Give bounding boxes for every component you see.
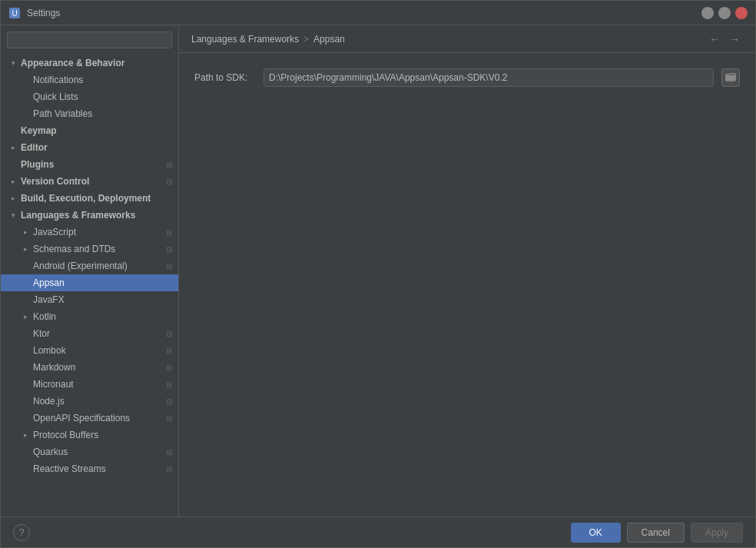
apply-button[interactable]: Apply: [691, 523, 743, 543]
appsan-settings-panel: Path to SDK:: [179, 53, 755, 516]
sidebar-item-nodejs[interactable]: Node.js ⊟: [1, 393, 178, 410]
sidebar-item-label: OpenAPI Specifications: [32, 413, 163, 423]
app-icon: U: [8, 7, 21, 19]
help-button[interactable]: ?: [13, 524, 30, 541]
main-header: Languages & Frameworks > Appsan ← →: [179, 25, 755, 53]
settings-icon: ⊟: [163, 260, 175, 272]
arrow-icon: [19, 463, 32, 475]
close-button[interactable]: [735, 7, 748, 19]
sidebar-item-quarkus[interactable]: Quarkus ⊟: [1, 443, 178, 460]
sidebar: Appearance & Behavior Notifications Quic…: [1, 25, 179, 516]
settings-icon: ⊟: [163, 378, 175, 390]
sidebar-item-micronaut[interactable]: Micronaut ⊟: [1, 376, 178, 393]
sidebar-item-label: Node.js: [32, 396, 163, 407]
arrow-icon: [19, 260, 32, 272]
sidebar-search-container: [1, 25, 178, 55]
sidebar-item-openapi[interactable]: OpenAPI Specifications ⊟: [1, 410, 178, 427]
sidebar-item-ktor[interactable]: Ktor ⊟: [1, 325, 178, 342]
sdk-path-row: Path to SDK:: [194, 68, 740, 87]
breadcrumb-separator: >: [303, 34, 309, 45]
arrow-icon: [7, 158, 19, 171]
sdk-browse-button[interactable]: [721, 68, 740, 87]
sidebar-item-label: Languages & Frameworks: [19, 210, 178, 221]
arrow-icon: [7, 175, 19, 188]
sidebar-item-version-control[interactable]: Version Control ⊟: [1, 173, 178, 190]
arrow-icon: [7, 57, 19, 69]
nav-buttons: ← →: [706, 31, 743, 48]
sidebar-item-label: Ktor: [32, 328, 163, 339]
sidebar-item-label: Appsan: [32, 277, 178, 288]
sidebar-item-label: JavaFX: [32, 294, 178, 305]
forward-button[interactable]: →: [726, 31, 743, 48]
settings-window: U Settings Appearance & Behavior: [0, 0, 756, 548]
sidebar-item-schemas-dtds[interactable]: Schemas and DTDs ⊟: [1, 241, 178, 257]
settings-icon: ⊟: [163, 243, 175, 255]
sidebar-item-label: Protocol Buffers: [32, 430, 178, 440]
main-content-area: Appearance & Behavior Notifications Quic…: [1, 25, 755, 516]
settings-icon: ⊟: [163, 158, 175, 171]
arrow-icon: [19, 327, 32, 340]
arrow-icon: [19, 378, 32, 390]
maximize-button[interactable]: [718, 7, 731, 19]
arrow-icon: [19, 294, 32, 306]
sidebar-item-android-experimental[interactable]: Android (Experimental) ⊟: [1, 257, 178, 274]
settings-icon: ⊟: [163, 226, 175, 238]
settings-icon: ⊟: [163, 463, 175, 475]
arrow-icon: [19, 412, 32, 424]
sidebar-item-appearance-behavior[interactable]: Appearance & Behavior: [1, 55, 178, 71]
ok-button[interactable]: OK: [571, 523, 621, 543]
sidebar-item-quick-lists[interactable]: Quick Lists: [1, 88, 178, 105]
sidebar-item-build[interactable]: Build, Execution, Deployment: [1, 190, 178, 207]
sidebar-item-javafx[interactable]: JavaFX: [1, 291, 178, 308]
back-button[interactable]: ←: [706, 31, 723, 48]
sdk-path-label: Path to SDK:: [194, 72, 256, 83]
window-title: Settings: [27, 8, 701, 18]
sidebar-item-label: Plugins: [19, 159, 163, 170]
sidebar-item-label: Appearance & Behavior: [19, 58, 178, 68]
arrow-icon: [19, 429, 32, 441]
sdk-path-input[interactable]: [264, 68, 714, 87]
sidebar-item-label: Markdown: [32, 362, 163, 373]
sidebar-item-label: Lombok: [32, 345, 163, 356]
sidebar-item-languages-frameworks[interactable]: Languages & Frameworks: [1, 207, 178, 224]
sidebar-item-plugins[interactable]: Plugins ⊟: [1, 156, 178, 173]
sidebar-item-notifications[interactable]: Notifications: [1, 71, 178, 88]
arrow-icon: [19, 395, 32, 407]
sidebar-item-markdown[interactable]: Markdown ⊟: [1, 359, 178, 376]
footer-buttons: OK Cancel Apply: [571, 523, 743, 543]
sidebar-item-lombok[interactable]: Lombok ⊟: [1, 342, 178, 359]
arrow-icon: [19, 361, 32, 374]
sidebar-item-label: Quick Lists: [32, 91, 178, 102]
breadcrumb-parent: Languages & Frameworks: [191, 34, 299, 45]
help-icon: ?: [19, 527, 25, 538]
sidebar-item-keymap[interactable]: Keymap: [1, 122, 178, 139]
sidebar-item-reactive-streams[interactable]: Reactive Streams ⊟: [1, 460, 178, 477]
sidebar-item-path-variables[interactable]: Path Variables: [1, 105, 178, 122]
minimize-button[interactable]: [701, 7, 714, 19]
cancel-button[interactable]: Cancel: [627, 523, 685, 543]
settings-icon: ⊟: [163, 361, 175, 374]
folder-icon: [725, 73, 736, 82]
search-input[interactable]: [7, 32, 172, 48]
sidebar-item-editor[interactable]: Editor: [1, 139, 178, 156]
settings-icon: ⊟: [163, 446, 175, 458]
sidebar-item-label: Version Control: [19, 176, 163, 187]
arrow-icon: [19, 108, 32, 120]
sidebar-item-label: Kotlin: [32, 311, 178, 322]
sidebar-item-label: Android (Experimental): [32, 261, 163, 271]
sidebar-item-kotlin[interactable]: Kotlin: [1, 308, 178, 325]
arrow-icon: [19, 243, 32, 255]
sidebar-item-label: Micronaut: [32, 379, 163, 390]
arrow-icon: [19, 311, 32, 323]
sidebar-tree: Appearance & Behavior Notifications Quic…: [1, 55, 178, 516]
sidebar-item-javascript[interactable]: JavaScript ⊟: [1, 224, 178, 241]
sidebar-item-appsan[interactable]: Appsan: [1, 274, 178, 291]
window-controls: [701, 7, 748, 19]
titlebar: U Settings: [1, 1, 755, 25]
sidebar-item-label: Reactive Streams: [32, 463, 163, 474]
arrow-icon: [19, 74, 32, 86]
settings-icon: ⊟: [163, 412, 175, 424]
arrow-icon: [19, 344, 32, 357]
sidebar-item-protocol-buffers[interactable]: Protocol Buffers: [1, 427, 178, 443]
arrow-icon: [7, 141, 19, 154]
